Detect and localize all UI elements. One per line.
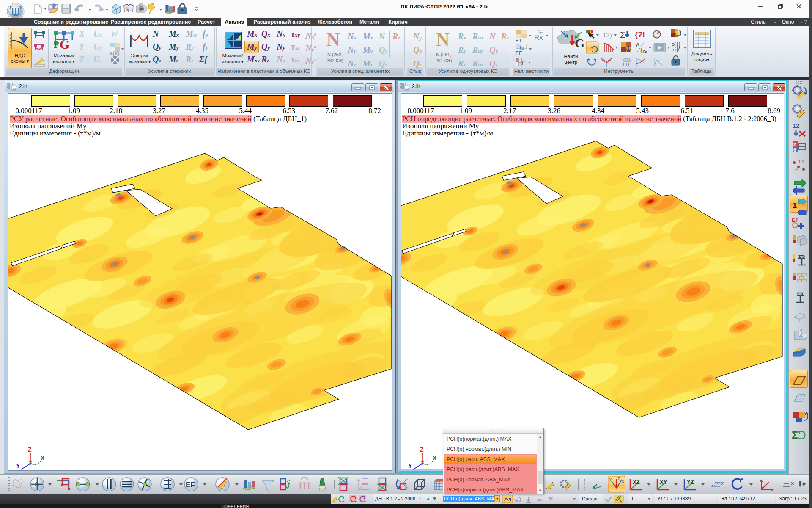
svg-text:E1: E1 [516, 38, 522, 44]
svg-text:1: 1 [793, 202, 797, 210]
svg-text:EF: EF [186, 481, 195, 489]
svg-text:F: F [54, 39, 59, 50]
svg-text:φ: φ [672, 41, 675, 47]
svg-text:G: G [60, 37, 69, 50]
svg-text:22: 22 [12, 87, 16, 91]
svg-text:EF: EF [792, 217, 799, 223]
svg-text:12): 12) [603, 31, 612, 39]
svg-text:Σ: Σ [620, 30, 625, 39]
svg-text:EF: EF [516, 50, 522, 56]
svg-text:⌄: ⌄ [620, 499, 623, 503]
svg-text:1.2: 1.2 [798, 160, 804, 164]
svg-text:X: X [621, 479, 625, 484]
svg-text:Δ: Δ [636, 41, 640, 49]
svg-text:XY: XY [660, 479, 667, 485]
svg-text:Σ: Σ [792, 429, 798, 441]
svg-text:6: 6 [793, 147, 796, 152]
svg-text:12: 12 [793, 122, 800, 129]
svg-text:e: e [672, 47, 674, 52]
svg-text:E: E [522, 60, 526, 66]
svg-text:YZ: YZ [687, 479, 694, 485]
svg-text:G: G [575, 36, 584, 50]
svg-text:XZ: XZ [633, 479, 640, 485]
svg-text:Z: Z [617, 476, 620, 481]
svg-text:Rx: Rx [534, 33, 543, 41]
svg-text:1.2: 1.2 [792, 167, 798, 172]
svg-text:2: 2 [793, 142, 796, 147]
svg-text:a(X): a(X) [110, 50, 120, 56]
svg-text:{?!: {?! [635, 30, 645, 39]
svg-text:22: 22 [405, 87, 409, 91]
svg-text:hs: hs [640, 47, 647, 54]
svg-text:Y: Y [609, 477, 612, 482]
svg-text:N: N [520, 45, 524, 51]
